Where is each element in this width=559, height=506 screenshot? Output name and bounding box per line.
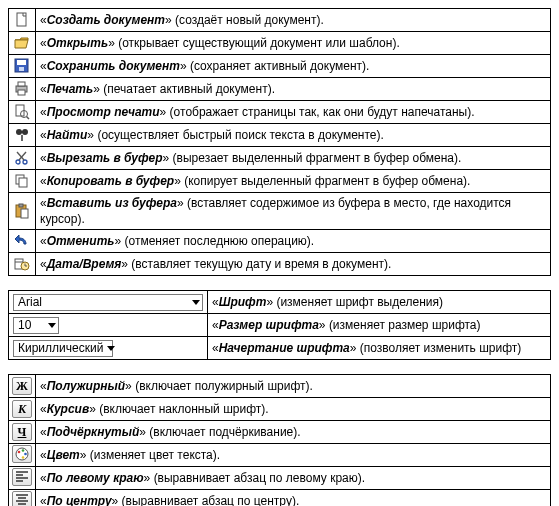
description-text: (сохраняет активный документ). — [190, 59, 369, 73]
description-text: (изменяет цвет текста). — [90, 448, 220, 462]
table-row: «Создать документ» (создаёт новый докуме… — [9, 9, 551, 32]
standard-toolbar-table: «Создать документ» (создаёт новый докуме… — [8, 8, 551, 276]
table-row: Кириллический«Начертание шрифта» (позвол… — [9, 337, 551, 360]
term-text: Подчёркнутый — [47, 425, 140, 439]
paste-icon — [14, 204, 30, 218]
description-text: (копирует выделенный фрагмент в буфер об… — [184, 174, 470, 188]
quote-close: » — [89, 402, 96, 416]
term-text: Открыть — [47, 36, 108, 50]
chevron-down-icon — [48, 323, 56, 328]
description-text: (открывает существующий документ или шаб… — [118, 36, 400, 50]
term-text: По центру — [47, 494, 112, 506]
quote-close: » — [125, 379, 132, 393]
icon-cell — [9, 193, 36, 230]
description-cell: «Цвет» (изменяет цвет текста). — [36, 444, 551, 467]
term-text: Цвет — [47, 448, 80, 462]
quote-open: « — [40, 257, 47, 271]
table-row: «Дата/Время» (вставляет текущую дату и в… — [9, 253, 551, 276]
chevron-down-icon — [192, 300, 200, 305]
description-cell: «Полужирный» (включает полужирный шрифт)… — [36, 375, 551, 398]
icon-cell — [9, 9, 36, 32]
description-cell: «Открыть» (открывает существующий докуме… — [36, 32, 551, 55]
term-text: Отменить — [47, 234, 115, 248]
quote-close: » — [174, 174, 181, 188]
description-cell: «Вырезать в буфер» (вырезает выделенный … — [36, 147, 551, 170]
quote-open: « — [212, 295, 219, 309]
description-cell: «Найти» (осуществляет быстрый поиск текс… — [36, 124, 551, 147]
font-dropdown[interactable]: Arial — [13, 294, 203, 311]
control-cell: Arial — [9, 291, 208, 314]
table-row: «Сохранить документ» (сохраняет активный… — [9, 55, 551, 78]
icon-cell — [9, 253, 36, 276]
description-text: (отображает страницы так, как они будут … — [170, 105, 475, 119]
quote-open: « — [40, 494, 47, 506]
table-row: «По левому краю» (выравнивает абзац по л… — [9, 467, 551, 490]
quote-open: « — [40, 151, 47, 165]
quote-close: » — [160, 105, 167, 119]
quote-open: « — [40, 196, 47, 210]
quote-open: « — [40, 174, 47, 188]
table-row: «Печать» (печатает активный документ). — [9, 78, 551, 101]
table-row: «Вставить из буфера» (вставляет содержим… — [9, 193, 551, 230]
quote-open: « — [212, 341, 219, 355]
table-row: «Отменить» (отменяет последнюю операцию)… — [9, 230, 551, 253]
description-text: (включает полужирный шрифт). — [135, 379, 313, 393]
table-row: «Открыть» (открывает существующий докуме… — [9, 32, 551, 55]
description-text: (печатает активный документ). — [103, 82, 275, 96]
control-cell: 10 — [9, 314, 208, 337]
term-text: Полужирный — [47, 379, 125, 393]
table-row: Arial«Шрифт» (изменяет шрифт выделения) — [9, 291, 551, 314]
align-center-icon — [12, 491, 32, 507]
quote-open: « — [40, 425, 47, 439]
table-row: «Вырезать в буфер» (вырезает выделенный … — [9, 147, 551, 170]
description-cell: «Шрифт» (изменяет шрифт выделения) — [208, 291, 551, 314]
term-text: Найти — [47, 128, 88, 142]
quote-close: » — [139, 425, 146, 439]
table-row: 10«Размер шрифта» (изменяет размер шрифт… — [9, 314, 551, 337]
table-row: «Просмотр печати» (отображает страницы т… — [9, 101, 551, 124]
quote-open: « — [40, 128, 47, 142]
icon-cell — [9, 101, 36, 124]
description-cell: «Создать документ» (создаёт новый докуме… — [36, 9, 551, 32]
description-cell: «Вставить из буфера» (вставляет содержим… — [36, 193, 551, 230]
icon-cell — [9, 32, 36, 55]
icon-cell — [9, 147, 36, 170]
dropdown-value: 10 — [18, 317, 44, 333]
description-text: (отменяет последнюю операцию). — [125, 234, 315, 248]
format-toolbar-table: Ж«Полужирный» (включает полужирный шрифт… — [8, 374, 551, 506]
description-cell: «Курсив» (включает наклонный шрифт). — [36, 398, 551, 421]
icon-cell: Ж — [9, 375, 36, 398]
description-cell: «Отменить» (отменяет последнюю операцию)… — [36, 230, 551, 253]
description-cell: «Печать» (печатает активный документ). — [36, 78, 551, 101]
quote-close: » — [121, 257, 128, 271]
description-text: (осуществляет быстрый поиск текста в док… — [97, 128, 383, 142]
description-text: (изменяет шрифт выделения) — [276, 295, 443, 309]
icon-cell — [9, 490, 36, 507]
description-text: (выравнивает абзац по центру). — [122, 494, 300, 506]
quote-open: « — [40, 105, 47, 119]
align-left-icon — [12, 468, 32, 486]
quote-open: « — [40, 59, 47, 73]
script-dropdown[interactable]: Кириллический — [13, 340, 113, 357]
table-row: Ж«Полужирный» (включает полужирный шрифт… — [9, 375, 551, 398]
print-preview-icon — [14, 105, 30, 119]
term-text: Вырезать в буфер — [47, 151, 163, 165]
term-text: Создать документ — [47, 13, 165, 27]
quote-close: » — [80, 448, 87, 462]
dropdown-value: Arial — [18, 294, 188, 310]
description-text: (включает наклонный шрифт). — [99, 402, 268, 416]
quote-open: « — [40, 13, 47, 27]
undo-icon — [14, 234, 30, 248]
term-text: Копировать в буфер — [47, 174, 174, 188]
description-text: (вставляет текущую дату и время в докуме… — [131, 257, 391, 271]
term-text: Сохранить документ — [47, 59, 180, 73]
open-icon — [14, 36, 30, 50]
quote-close: » — [177, 196, 184, 210]
description-cell: «По левому краю» (выравнивает абзац по л… — [36, 467, 551, 490]
quote-close: » — [180, 59, 187, 73]
quote-close: » — [350, 341, 357, 355]
term-text: Размер шрифта — [219, 318, 319, 332]
term-text: Вставить из буфера — [47, 196, 177, 210]
description-cell: «Копировать в буфер» (копирует выделенны… — [36, 170, 551, 193]
size-dropdown[interactable]: 10 — [13, 317, 59, 334]
